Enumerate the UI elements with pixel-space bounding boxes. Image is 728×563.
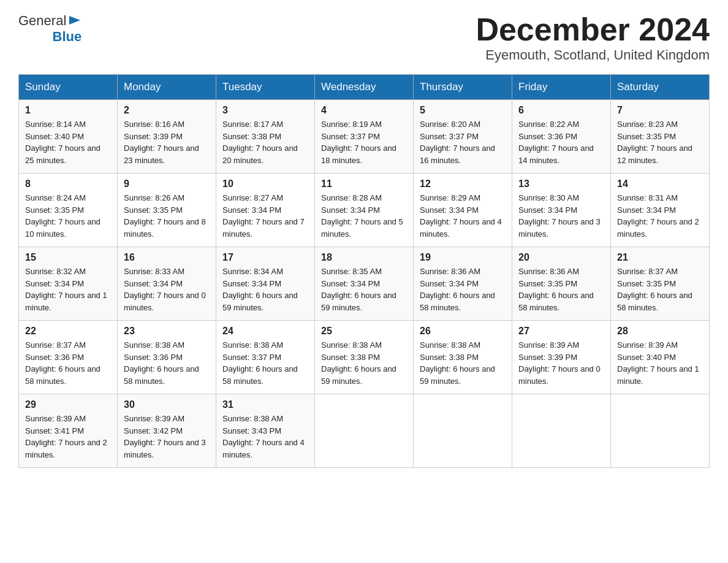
table-row: 3 Sunrise: 8:17 AM Sunset: 3:38 PM Dayli… bbox=[216, 100, 315, 174]
day-info: Sunrise: 8:39 AM Sunset: 3:39 PM Dayligh… bbox=[518, 339, 604, 387]
day-number: 17 bbox=[222, 252, 308, 263]
day-number: 28 bbox=[617, 326, 703, 337]
table-row: 19 Sunrise: 8:36 AM Sunset: 3:34 PM Dayl… bbox=[414, 247, 512, 321]
table-row: 15 Sunrise: 8:32 AM Sunset: 3:34 PM Dayl… bbox=[19, 247, 118, 321]
table-row: 17 Sunrise: 8:34 AM Sunset: 3:34 PM Dayl… bbox=[216, 247, 315, 321]
day-info: Sunrise: 8:29 AM Sunset: 3:34 PM Dayligh… bbox=[420, 192, 506, 240]
day-info: Sunrise: 8:37 AM Sunset: 3:35 PM Dayligh… bbox=[617, 266, 703, 313]
day-number: 1 bbox=[25, 105, 111, 116]
day-info: Sunrise: 8:38 AM Sunset: 3:43 PM Dayligh… bbox=[222, 413, 308, 461]
day-info: Sunrise: 8:33 AM Sunset: 3:34 PM Dayligh… bbox=[124, 266, 210, 313]
day-info: Sunrise: 8:38 AM Sunset: 3:37 PM Dayligh… bbox=[222, 339, 308, 387]
day-number: 10 bbox=[222, 178, 308, 190]
table-row bbox=[611, 394, 710, 468]
day-number: 3 bbox=[222, 105, 308, 116]
day-info: Sunrise: 8:36 AM Sunset: 3:35 PM Dayligh… bbox=[518, 266, 604, 313]
day-number: 14 bbox=[617, 178, 703, 190]
table-row: 7 Sunrise: 8:23 AM Sunset: 3:35 PM Dayli… bbox=[611, 100, 710, 174]
day-info: Sunrise: 8:38 AM Sunset: 3:36 PM Dayligh… bbox=[124, 339, 210, 387]
day-info: Sunrise: 8:39 AM Sunset: 3:40 PM Dayligh… bbox=[617, 339, 703, 387]
day-number: 30 bbox=[124, 399, 210, 410]
logo-general-text: General bbox=[18, 13, 66, 28]
table-row: 21 Sunrise: 8:37 AM Sunset: 3:35 PM Dayl… bbox=[611, 247, 710, 321]
page-header: General Blue December 2024 Eyemouth, Sco… bbox=[18, 12, 710, 63]
day-number: 23 bbox=[124, 326, 210, 337]
day-info: Sunrise: 8:20 AM Sunset: 3:37 PM Dayligh… bbox=[420, 118, 506, 166]
day-info: Sunrise: 8:22 AM Sunset: 3:36 PM Dayligh… bbox=[518, 118, 604, 166]
table-row: 9 Sunrise: 8:26 AM Sunset: 3:35 PM Dayli… bbox=[118, 174, 216, 247]
calendar-week-1: 1 Sunrise: 8:14 AM Sunset: 3:40 PM Dayli… bbox=[19, 100, 710, 174]
day-number: 13 bbox=[518, 178, 604, 190]
calendar-table: Sunday Monday Tuesday Wednesday Thursday… bbox=[18, 74, 710, 468]
header-wednesday: Wednesday bbox=[315, 75, 414, 100]
title-area: December 2024 Eyemouth, Scotland, United… bbox=[476, 12, 710, 63]
header-sunday: Sunday bbox=[19, 75, 118, 100]
table-row: 8 Sunrise: 8:24 AM Sunset: 3:35 PM Dayli… bbox=[19, 174, 118, 247]
calendar-week-5: 29 Sunrise: 8:39 AM Sunset: 3:41 PM Dayl… bbox=[19, 394, 710, 468]
logo-arrow-icon bbox=[68, 13, 82, 27]
table-row: 6 Sunrise: 8:22 AM Sunset: 3:36 PM Dayli… bbox=[512, 100, 611, 174]
header-monday: Monday bbox=[118, 75, 216, 100]
day-number: 4 bbox=[321, 105, 407, 116]
logo-blue-text: Blue bbox=[53, 29, 82, 44]
table-row: 26 Sunrise: 8:38 AM Sunset: 3:38 PM Dayl… bbox=[414, 321, 512, 394]
calendar-title: December 2024 bbox=[476, 12, 710, 47]
table-row: 16 Sunrise: 8:33 AM Sunset: 3:34 PM Dayl… bbox=[118, 247, 216, 321]
day-info: Sunrise: 8:19 AM Sunset: 3:37 PM Dayligh… bbox=[321, 118, 407, 166]
day-info: Sunrise: 8:26 AM Sunset: 3:35 PM Dayligh… bbox=[124, 192, 210, 240]
day-info: Sunrise: 8:28 AM Sunset: 3:34 PM Dayligh… bbox=[321, 192, 407, 240]
table-row: 24 Sunrise: 8:38 AM Sunset: 3:37 PM Dayl… bbox=[216, 321, 315, 394]
day-number: 18 bbox=[321, 252, 407, 263]
table-row: 25 Sunrise: 8:38 AM Sunset: 3:38 PM Dayl… bbox=[315, 321, 414, 394]
day-info: Sunrise: 8:35 AM Sunset: 3:34 PM Dayligh… bbox=[321, 266, 407, 313]
day-info: Sunrise: 8:31 AM Sunset: 3:34 PM Dayligh… bbox=[617, 192, 703, 240]
day-number: 20 bbox=[518, 252, 604, 263]
day-info: Sunrise: 8:16 AM Sunset: 3:39 PM Dayligh… bbox=[124, 118, 210, 166]
day-number: 25 bbox=[321, 326, 407, 337]
day-number: 24 bbox=[222, 326, 308, 337]
day-info: Sunrise: 8:30 AM Sunset: 3:34 PM Dayligh… bbox=[518, 192, 604, 240]
day-info: Sunrise: 8:34 AM Sunset: 3:34 PM Dayligh… bbox=[222, 266, 308, 313]
day-info: Sunrise: 8:27 AM Sunset: 3:34 PM Dayligh… bbox=[222, 192, 308, 240]
table-row: 23 Sunrise: 8:38 AM Sunset: 3:36 PM Dayl… bbox=[118, 321, 216, 394]
day-number: 31 bbox=[222, 399, 308, 410]
calendar-subtitle: Eyemouth, Scotland, United Kingdom bbox=[476, 47, 710, 63]
day-info: Sunrise: 8:32 AM Sunset: 3:34 PM Dayligh… bbox=[25, 266, 111, 313]
header-thursday: Thursday bbox=[414, 75, 512, 100]
table-row: 30 Sunrise: 8:39 AM Sunset: 3:42 PM Dayl… bbox=[118, 394, 216, 468]
calendar-week-4: 22 Sunrise: 8:37 AM Sunset: 3:36 PM Dayl… bbox=[19, 321, 710, 394]
table-row: 4 Sunrise: 8:19 AM Sunset: 3:37 PM Dayli… bbox=[315, 100, 414, 174]
day-info: Sunrise: 8:39 AM Sunset: 3:41 PM Dayligh… bbox=[25, 413, 111, 461]
day-number: 21 bbox=[617, 252, 703, 263]
day-number: 8 bbox=[25, 178, 111, 190]
day-number: 2 bbox=[124, 105, 210, 116]
logo: General Blue bbox=[18, 12, 82, 44]
day-number: 27 bbox=[518, 326, 604, 337]
day-info: Sunrise: 8:39 AM Sunset: 3:42 PM Dayligh… bbox=[124, 413, 210, 461]
table-row bbox=[414, 394, 512, 468]
table-row: 18 Sunrise: 8:35 AM Sunset: 3:34 PM Dayl… bbox=[315, 247, 414, 321]
header-friday: Friday bbox=[512, 75, 611, 100]
day-number: 7 bbox=[617, 105, 703, 116]
day-number: 19 bbox=[420, 252, 506, 263]
table-row: 11 Sunrise: 8:28 AM Sunset: 3:34 PM Dayl… bbox=[315, 174, 414, 247]
calendar-week-2: 8 Sunrise: 8:24 AM Sunset: 3:35 PM Dayli… bbox=[19, 174, 710, 247]
day-info: Sunrise: 8:37 AM Sunset: 3:36 PM Dayligh… bbox=[25, 339, 111, 387]
day-number: 22 bbox=[25, 326, 111, 337]
table-row: 29 Sunrise: 8:39 AM Sunset: 3:41 PM Dayl… bbox=[19, 394, 118, 468]
day-number: 11 bbox=[321, 178, 407, 190]
table-row: 14 Sunrise: 8:31 AM Sunset: 3:34 PM Dayl… bbox=[611, 174, 710, 247]
svg-marker-0 bbox=[69, 16, 80, 25]
table-row bbox=[315, 394, 414, 468]
header-saturday: Saturday bbox=[611, 75, 710, 100]
day-info: Sunrise: 8:17 AM Sunset: 3:38 PM Dayligh… bbox=[222, 118, 308, 166]
day-number: 29 bbox=[25, 399, 111, 410]
day-info: Sunrise: 8:38 AM Sunset: 3:38 PM Dayligh… bbox=[420, 339, 506, 387]
day-info: Sunrise: 8:36 AM Sunset: 3:34 PM Dayligh… bbox=[420, 266, 506, 313]
table-row: 1 Sunrise: 8:14 AM Sunset: 3:40 PM Dayli… bbox=[19, 100, 118, 174]
header-tuesday: Tuesday bbox=[216, 75, 315, 100]
table-row: 5 Sunrise: 8:20 AM Sunset: 3:37 PM Dayli… bbox=[414, 100, 512, 174]
table-row: 27 Sunrise: 8:39 AM Sunset: 3:39 PM Dayl… bbox=[512, 321, 611, 394]
table-row: 28 Sunrise: 8:39 AM Sunset: 3:40 PM Dayl… bbox=[611, 321, 710, 394]
day-number: 12 bbox=[420, 178, 506, 190]
